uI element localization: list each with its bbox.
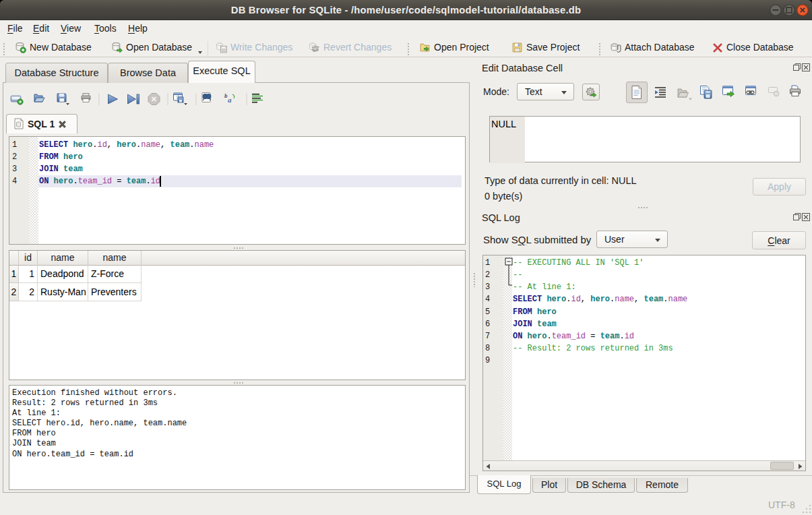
svg-text:a: a [228, 96, 232, 104]
